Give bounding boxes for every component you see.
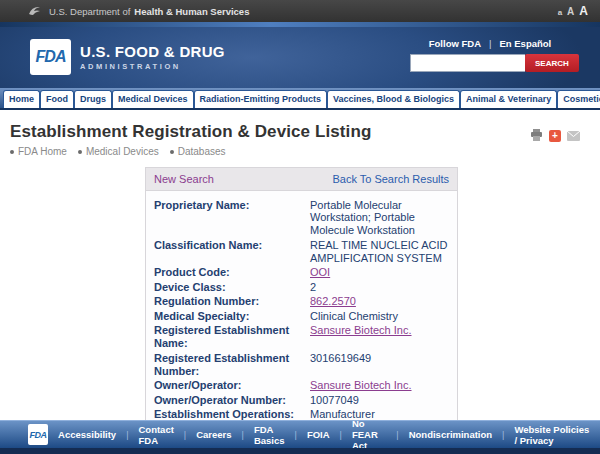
link-separator: | (489, 38, 491, 49)
table-row: Owner/Operator: Sansure Biotech Inc. (154, 379, 449, 392)
footer-link-contact-fda[interactable]: Contact FDA (128, 424, 183, 446)
breadcrumb-databases[interactable]: Databases (170, 146, 226, 157)
font-size-large-button[interactable]: A (579, 5, 588, 17)
field-value: REAL TIME NUCLEIC ACID AMPLIFICATION SYS… (310, 239, 449, 265)
table-row: Medical Specialty: Clinical Chemistry (154, 310, 449, 323)
footer-link-accessibility[interactable]: Accessibility (48, 429, 126, 440)
new-search-link[interactable]: New Search (154, 173, 214, 185)
footer-links: Accessibility Contact FDA Careers FDA Ba… (48, 418, 600, 451)
field-value: 3016619649 (310, 352, 449, 378)
page-action-icons: + (530, 127, 580, 145)
breadcrumb: FDA Home Medical Devices Databases (10, 146, 590, 157)
share-icon[interactable]: + (549, 130, 561, 142)
font-size-small-button[interactable]: a (558, 9, 562, 17)
field-value: Portable Molecular Workstation; Portable… (310, 199, 449, 238)
page: U.S. Department of Health & Human Servic… (0, 0, 600, 454)
field-label: Owner/Operator Number: (154, 394, 304, 407)
fda-title: U.S. FOOD & DRUG (80, 43, 225, 60)
device-detail-panel: New Search Back To Search Results Propri… (145, 167, 458, 433)
field-label: Product Code: (154, 266, 304, 279)
search-button[interactable]: SEARCH (525, 54, 579, 72)
hhs-eagle-icon (28, 5, 42, 17)
table-row: Owner/Operator Number: 10077049 (154, 394, 449, 407)
page-title: Establishment Registration & Device List… (10, 122, 590, 142)
print-icon[interactable] (530, 127, 543, 145)
fda-logo[interactable]: FDA (30, 39, 71, 75)
font-size-medium-button[interactable]: A (567, 7, 574, 17)
hhs-agency-prefix: U.S. Department of (49, 6, 130, 17)
field-label: Device Class: (154, 281, 304, 294)
footer-link-website-policies[interactable]: Website Policies / Privacy (504, 424, 600, 446)
nav-tab-cosmetics[interactable]: Cosmetics (557, 90, 600, 108)
search-input[interactable] (410, 54, 525, 72)
table-row: Classification Name: REAL TIME NUCLEIC A… (154, 239, 449, 265)
nav-tab-drugs[interactable]: Drugs (74, 90, 112, 108)
breadcrumb-label[interactable]: FDA Home (18, 146, 67, 157)
table-row: Regulation Number: 862.2570 (154, 295, 449, 308)
bullet-icon (78, 150, 82, 154)
breadcrumb-label[interactable]: Medical Devices (86, 146, 159, 157)
breadcrumb-medical-devices[interactable]: Medical Devices (78, 146, 159, 157)
fda-subtitle: ADMINISTRATION (80, 62, 225, 71)
field-label: Proprietary Name: (154, 199, 304, 238)
panel-body: Proprietary Name: Portable Molecular Wor… (146, 191, 457, 432)
field-value: Clinical Chemistry (310, 310, 449, 323)
table-row: Proprietary Name: Portable Molecular Wor… (154, 199, 449, 238)
follow-fda-link[interactable]: Follow FDA (429, 38, 481, 49)
nav-tab-home[interactable]: Home (3, 90, 40, 108)
field-value: 10077049 (310, 394, 449, 407)
footer-link-nondiscrimination[interactable]: Nondiscrimination (399, 429, 502, 440)
font-size-controls: a A A (558, 5, 588, 17)
table-row: Product Code: OOI (154, 266, 449, 279)
footer-link-no-fear-act[interactable]: No FEAR Act (342, 418, 396, 451)
breadcrumb-label[interactable]: Databases (178, 146, 226, 157)
nav-tab-animal-veterinary[interactable]: Animal & Veterinary (460, 90, 557, 108)
bullet-icon (170, 150, 174, 154)
field-value: 2 (310, 281, 449, 294)
nav-tab-medical-devices[interactable]: Medical Devices (112, 90, 194, 108)
field-label: Registered Establishment Name: (154, 324, 304, 350)
footer-link-foia[interactable]: FOIA (297, 429, 340, 440)
table-row: Registered Establishment Number: 3016619… (154, 352, 449, 378)
banner-right: Follow FDA | En Español SEARCH (410, 38, 570, 72)
nav-tab-food[interactable]: Food (40, 90, 74, 108)
footer-link-careers[interactable]: Careers (186, 429, 241, 440)
table-row: Registered Establishment Name: Sansure B… (154, 324, 449, 350)
search-area: SEARCH (410, 54, 570, 72)
field-label: Classification Name: (154, 239, 304, 265)
primary-nav: Home Food Drugs Medical Devices Radiatio… (0, 88, 600, 110)
fda-brand[interactable]: FDA U.S. FOOD & DRUG ADMINISTRATION (30, 39, 225, 75)
table-row: Device Class: 2 (154, 281, 449, 294)
owner-operator-link[interactable]: Sansure Biotech Inc. (310, 379, 449, 392)
field-label: Medical Specialty: (154, 310, 304, 323)
footer-edge (0, 448, 600, 454)
main-content: Establishment Registration & Device List… (0, 110, 600, 454)
en-espanol-link[interactable]: En Español (499, 38, 551, 49)
hhs-agency-name[interactable]: Health & Human Services (134, 6, 249, 17)
nav-tab-radiation-emitting-products[interactable]: Radiation-Emitting Products (194, 90, 328, 108)
back-to-results-link[interactable]: Back To Search Results (332, 173, 449, 185)
field-label: Owner/Operator: (154, 379, 304, 392)
email-icon[interactable] (567, 127, 580, 145)
nav-tab-vaccines-blood-biologics[interactable]: Vaccines, Blood & Biologics (327, 90, 460, 108)
fda-brand-text: U.S. FOOD & DRUG ADMINISTRATION (80, 43, 225, 71)
hhs-topbar: U.S. Department of Health & Human Servic… (0, 0, 600, 22)
bullet-icon (10, 150, 14, 154)
footer-link-fda-basics[interactable]: FDA Basics (244, 424, 295, 446)
footer-bar: FDA Accessibility Contact FDA Careers FD… (0, 420, 600, 448)
fda-banner: FDA U.S. FOOD & DRUG ADMINISTRATION Foll… (0, 27, 600, 88)
panel-header: New Search Back To Search Results (146, 168, 457, 191)
product-code-link[interactable]: OOI (310, 266, 449, 279)
field-label: Registered Establishment Number: (154, 352, 304, 378)
footer-fda-logo[interactable]: FDA (28, 424, 48, 445)
breadcrumb-fda-home[interactable]: FDA Home (10, 146, 67, 157)
establishment-name-link[interactable]: Sansure Biotech Inc. (310, 324, 449, 350)
banner-links: Follow FDA | En Español (410, 38, 570, 49)
field-label: Regulation Number: (154, 295, 304, 308)
regulation-number-link[interactable]: 862.2570 (310, 295, 449, 308)
